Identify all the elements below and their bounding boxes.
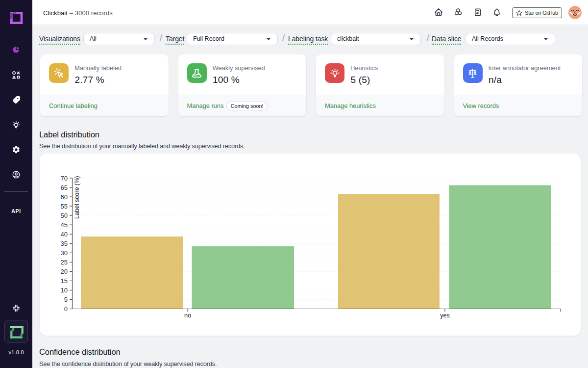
svg-text:20: 20 bbox=[61, 268, 68, 275]
svg-text:25: 25 bbox=[61, 259, 68, 266]
svg-text:50: 50 bbox=[61, 212, 68, 219]
svg-text:5: 5 bbox=[64, 296, 68, 303]
svg-text:35: 35 bbox=[61, 240, 68, 247]
svg-text:15: 15 bbox=[61, 277, 68, 285]
svg-text:0: 0 bbox=[64, 305, 68, 313]
svg-text:55: 55 bbox=[61, 203, 68, 210]
svg-text:Label score (%): Label score (%) bbox=[74, 176, 80, 219]
svg-text:40: 40 bbox=[61, 231, 68, 238]
svg-text:65: 65 bbox=[61, 184, 68, 191]
svg-text:60: 60 bbox=[61, 193, 68, 201]
svg-text:yes: yes bbox=[440, 312, 449, 319]
svg-text:45: 45 bbox=[61, 221, 68, 229]
svg-text:70: 70 bbox=[61, 175, 68, 182]
svg-text:10: 10 bbox=[61, 287, 68, 294]
svg-text:no: no bbox=[184, 312, 191, 319]
svg-text:30: 30 bbox=[61, 249, 68, 257]
